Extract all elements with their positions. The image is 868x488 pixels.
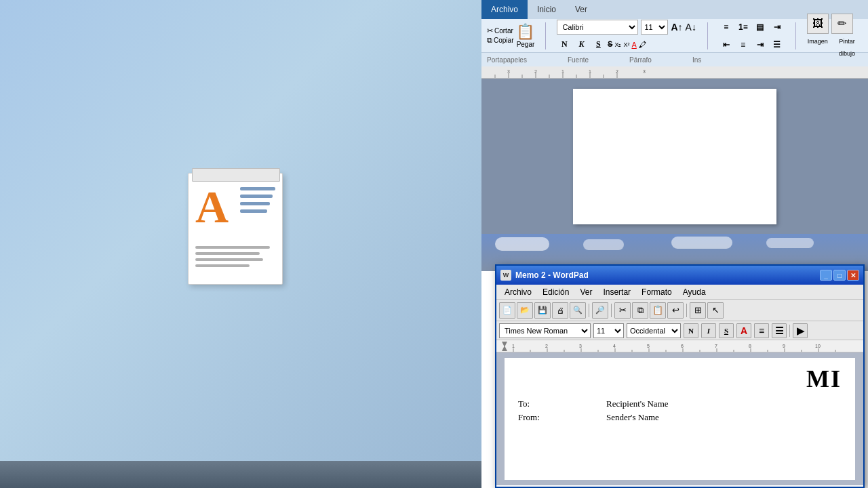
word-page (573, 89, 776, 224)
svg-text:5: 5 (647, 344, 650, 348)
svg-text:7: 7 (715, 344, 717, 348)
word-window: Archivo Inicio Ver ✂ Cortar ⧉ Copiar (481, 0, 868, 237)
word-tab-ver[interactable]: Ver (566, 0, 597, 19)
word-font-row[interactable]: Calibri 11 A↑ A↓ (557, 20, 696, 35)
word-align-center-btn[interactable]: ≡ (736, 37, 751, 52)
tb-sep-2 (611, 304, 612, 317)
ruler-svg: 3 2 1 1 2 3 (481, 66, 868, 79)
wp-align-left-btn[interactable]: ≡ (754, 323, 769, 338)
word-bold-btn[interactable]: N (557, 37, 572, 52)
wp-find-btn[interactable]: 🔎 (592, 302, 608, 319)
wp-charset-select[interactable]: Occidental (627, 323, 681, 338)
document-icon: A (181, 173, 290, 295)
word-insert-buttons[interactable]: 🖼 Imagen ✏ Pintar dibujo (807, 14, 863, 58)
wp-menu-ayuda[interactable]: Ayuda (677, 286, 711, 298)
wordpad-window-controls[interactable]: _ □ ✕ (820, 270, 859, 281)
memo-to-value: Recipient's Name (606, 399, 669, 409)
desktop-wordpad-icon[interactable]: A (171, 173, 300, 315)
word-align-right-btn[interactable]: ⇥ (753, 37, 768, 52)
word-paste-btn[interactable]: 📋 Pegar (516, 23, 534, 48)
wp-copy-btn[interactable]: ⧉ (632, 302, 648, 319)
wordpad-doc-area[interactable]: MI To: Recipient's Name From: Sender's N… (496, 352, 863, 485)
word-copy-button[interactable]: ⧉ Copiar (487, 36, 513, 45)
memo-to-spacer (572, 399, 606, 409)
word-align-left-btn[interactable]: ⇤ (719, 37, 734, 52)
word-insert-draw-btn[interactable]: ✏ Pintar dibujo (831, 14, 863, 58)
wp-size-select[interactable]: 11 (593, 323, 624, 338)
wordpad-menubar: Archivo Edición Ver Insertar Formato Ayu… (496, 285, 863, 300)
tb-sep-1 (589, 304, 589, 317)
wp-print-btn[interactable]: 🖨 (552, 302, 568, 319)
svg-text:6: 6 (681, 344, 684, 348)
svg-text:2: 2 (545, 344, 548, 348)
word-sup-btn[interactable]: X² (623, 41, 629, 48)
doc-fold (192, 168, 280, 182)
word-insert-image-btn[interactable]: 🖼 Imagen (807, 14, 829, 58)
taskbar[interactable] (0, 461, 481, 488)
wordpad-page[interactable]: MI To: Recipient's Name From: Sender's N… (505, 358, 855, 480)
wp-open-btn[interactable]: 📂 (517, 302, 533, 319)
word-justify-btn[interactable]: ☰ (770, 37, 785, 52)
wp-menu-insertar[interactable]: Insertar (597, 286, 636, 298)
word-indent-btn[interactable]: ⇥ (770, 20, 785, 35)
toolbar-separator-3 (795, 22, 796, 49)
word-list-row[interactable]: ≡ 1≡ ▤ ⇥ (719, 20, 785, 35)
doc-letter-a: A (195, 184, 229, 230)
doc-lines (240, 187, 275, 213)
word-highlight-btn[interactable]: 🖍 (639, 41, 646, 49)
doc-paper: A (188, 173, 283, 285)
word-underline-btn[interactable]: S (591, 37, 606, 52)
word-italic-btn[interactable]: K (574, 37, 589, 52)
word-format-row[interactable]: N K S S̶ X₂ X² A 🖍 (557, 37, 696, 52)
wp-menu-formato[interactable]: Formato (636, 286, 677, 298)
portapapeles-label: Portapapeles (487, 56, 527, 64)
wordpad-minimize-btn[interactable]: _ (820, 270, 832, 281)
word-align-row[interactable]: ⇤ ≡ ⇥ ☰ (719, 37, 785, 52)
toolbar-separator-2 (707, 22, 708, 49)
wp-menu-archivo[interactable]: Archivo (499, 286, 537, 298)
wp-align-center-btn[interactable]: ☰ (772, 323, 787, 338)
word-grow-font-btn[interactable]: A↑ (671, 22, 682, 33)
wp-menu-ver[interactable]: Ver (574, 286, 597, 298)
wp-paste-btn[interactable]: 📋 (650, 302, 666, 319)
wp-new-btn[interactable]: 📄 (499, 302, 515, 319)
word-font-color-btn[interactable]: A (631, 41, 636, 49)
wp-font-select[interactable]: Times New Roman (499, 323, 591, 338)
wordpad-titlebar: W Memo 2 - WordPad _ □ ✕ (496, 266, 863, 285)
wordpad-maximize-btn[interactable]: □ (833, 270, 846, 281)
word-numbered-btn[interactable]: 1≡ (736, 20, 751, 35)
wp-menu-edicion[interactable]: Edición (537, 286, 574, 298)
draw-label: Pintar dibujo (839, 38, 855, 57)
word-multilevel-btn[interactable]: ▤ (753, 20, 768, 35)
word-size-select[interactable]: 11 (641, 20, 668, 35)
word-tab-archivo[interactable]: Archivo (481, 0, 528, 19)
word-clipboard-group: ✂ Cortar ⧉ Copiar 📋 Pegar (487, 23, 534, 48)
wp-preview-btn[interactable]: 🔍 (570, 302, 586, 319)
cut-label: Cortar (494, 27, 513, 35)
wp-insert-object-btn[interactable]: ⊞ (690, 302, 706, 319)
word-cut-button[interactable]: ✂ Cortar (487, 26, 513, 35)
word-bullets-btn[interactable]: ≡ (719, 20, 734, 35)
wp-cut-btn[interactable]: ✂ (614, 302, 631, 319)
word-tab-inicio[interactable]: Inicio (528, 0, 566, 19)
wp-color-btn[interactable]: A (736, 323, 751, 338)
wordpad-close-btn[interactable]: ✕ (847, 270, 859, 281)
word-font-select[interactable]: Calibri (557, 20, 638, 35)
word-shrink-font-btn[interactable]: A↓ (686, 22, 696, 33)
wordpad-toolbar[interactable]: 📄 📂 💾 🖨 🔍 🔎 ✂ ⧉ 📋 ↩ ⊞ ↖ (496, 300, 863, 321)
word-sub-btn[interactable]: X₂ (614, 41, 621, 48)
wp-italic-btn[interactable]: I (701, 323, 716, 338)
toolbar-separator-1 (545, 22, 546, 49)
wp-save-btn[interactable]: 💾 (534, 302, 551, 319)
word-ruler: 3 2 1 1 2 3 (481, 66, 868, 79)
memo-to-field: To: Recipient's Name (518, 399, 842, 409)
wp-more-btn[interactable]: ▶ (793, 323, 808, 338)
wp-undo-btn[interactable]: ↩ (667, 302, 684, 319)
wp-underline-btn[interactable]: S (719, 323, 734, 338)
word-clipboard-buttons[interactable]: ✂ Cortar ⧉ Copiar 📋 Pegar (487, 23, 534, 48)
wp-cursor-btn[interactable]: ↖ (707, 302, 724, 319)
word-insert-group: 🖼 Imagen ✏ Pintar dibujo (807, 14, 863, 58)
wp-bold-btn[interactable]: N (684, 323, 698, 338)
svg-text:2: 2 (534, 69, 537, 74)
word-strikethrough-btn[interactable]: S̶ (608, 40, 612, 49)
